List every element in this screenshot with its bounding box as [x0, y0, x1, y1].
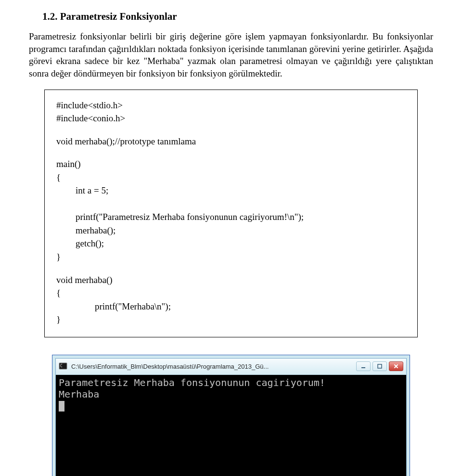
- console-app-icon: C: [59, 362, 67, 371]
- code-line: printf("Merhaba\n");: [95, 301, 171, 311]
- code-line: printf("Parametresiz Merhaba fonsiyonunu…: [76, 212, 304, 222]
- code-line: main(): [56, 159, 81, 169]
- console-window: C C:\Users\Enformatik_Blm\Desktop\masaüs…: [52, 355, 410, 476]
- code-main: main() { int a = 5; printf("Parametresiz…: [56, 157, 406, 263]
- svg-rect-3: [378, 364, 382, 368]
- maximize-button[interactable]: [372, 361, 387, 371]
- window-buttons: [356, 361, 403, 371]
- code-line: {: [56, 172, 61, 182]
- close-button[interactable]: [389, 361, 403, 371]
- window-title: C:\Users\Enformatik_Blm\Desktop\masaüstü…: [71, 363, 352, 370]
- minimize-button[interactable]: [356, 361, 371, 371]
- code-line: }: [56, 314, 61, 324]
- code-line: }: [56, 252, 61, 262]
- code-func: void merhaba() { printf("Merhaba\n"); }: [56, 273, 406, 326]
- svg-text:C: C: [60, 364, 63, 368]
- code-line: #include<conio.h>: [56, 113, 125, 123]
- console-output: Parametresiz Merhaba fonsiyonunun cagiri…: [56, 375, 406, 476]
- code-includes: #include<stdio.h> #include<conio.h>: [56, 99, 406, 125]
- code-prototype: void merhaba();//prototype tanımlama: [56, 135, 406, 148]
- code-box: #include<stdio.h> #include<conio.h> void…: [44, 90, 418, 337]
- code-line: getch();: [76, 238, 104, 248]
- code-line: void merhaba();//prototype tanımlama: [56, 136, 196, 146]
- code-line: merhaba();: [76, 225, 116, 235]
- code-line: void merhaba(): [56, 275, 113, 285]
- console-line: Merhaba: [59, 388, 403, 400]
- body-paragraph: Parametresiz fonksiyonlar belirli bir gi…: [29, 30, 433, 80]
- code-line: int a = 5;: [76, 185, 108, 195]
- console-line: Parametresiz Merhaba fonsiyonunun cagiri…: [59, 377, 403, 388]
- code-line: {: [56, 288, 61, 298]
- section-heading: 1.2. Parametresiz Fonksiyonlar: [29, 11, 433, 23]
- console-cursor: [59, 401, 64, 412]
- code-line: #include<stdio.h>: [56, 100, 123, 110]
- svg-rect-2: [361, 367, 365, 368]
- titlebar[interactable]: C C:\Users\Enformatik_Blm\Desktop\masaüs…: [56, 359, 406, 375]
